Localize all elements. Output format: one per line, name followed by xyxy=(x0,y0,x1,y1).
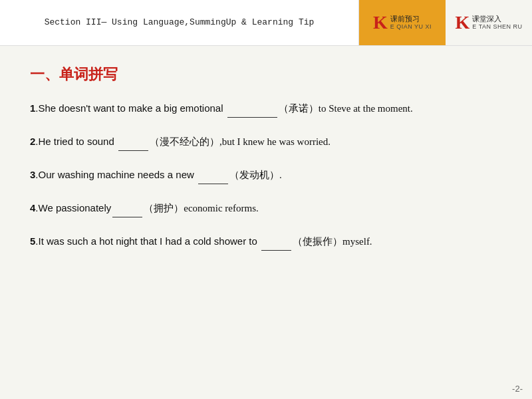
q4-hint: （拥护）economic reforms. xyxy=(144,203,258,213)
ktan-label-en: E TAN SHEN RU xyxy=(472,23,522,31)
q3-text-a: .Our washing machine needs a new xyxy=(35,169,197,180)
q2-blank[interactable] xyxy=(118,139,148,151)
q3-blank[interactable] xyxy=(198,172,228,184)
q2-text-a: .He tried to sound xyxy=(35,136,117,147)
q1-hint: （承诺）to Steve at the moment. xyxy=(279,103,413,114)
q1-blank[interactable] xyxy=(227,106,277,118)
kqian-label-en: E QIAN YU XI xyxy=(390,23,432,31)
question-5: 5.It was such a hot night that I had a c… xyxy=(30,232,502,251)
q5-blank[interactable] xyxy=(261,239,291,251)
kqian-label: 课前预习 xyxy=(390,14,432,23)
ktan-label: 课堂深入 xyxy=(472,14,522,23)
header-title: Section III— Using Language,Summing Up &… xyxy=(0,0,359,45)
main-content: 一、单词拼写 1.She doesn't want to make a big … xyxy=(0,46,532,279)
q3-hint: （发动机）. xyxy=(229,170,282,180)
question-1: 1.She doesn't want to make a big emotion… xyxy=(30,99,502,118)
k-letter-qian: K xyxy=(373,12,388,33)
q4-blank[interactable] xyxy=(112,205,142,217)
q5-hint: （使振作）myself. xyxy=(293,236,372,247)
ktan-button[interactable]: K 课堂深入 E TAN SHEN RU xyxy=(446,0,532,45)
ktan-text: 课堂深入 E TAN SHEN RU xyxy=(472,14,522,31)
header: Section III— Using Language,Summing Up &… xyxy=(0,0,532,46)
question-2: 2.He tried to sound （漫不经心的）,but I knew h… xyxy=(30,132,502,151)
page-number: -2- xyxy=(512,384,523,394)
k-letter-tan: K xyxy=(456,12,470,33)
q4-text-a: .We passionately xyxy=(35,202,111,213)
q2-hint: （漫不经心的）,but I knew he was worried. xyxy=(150,136,331,147)
q1-text-a: .She doesn't want to make a big emotiona… xyxy=(35,102,225,114)
header-title-text2: Up & Learning Tip xyxy=(226,16,315,29)
header-title-text: Section III— Using Language,Summing xyxy=(45,16,226,29)
question-3: 3.Our washing machine needs a new （发动机）. xyxy=(30,166,502,184)
section-title: 一、单词拼写 xyxy=(30,65,502,84)
kqian-button[interactable]: K 课前预习 E QIAN YU XI xyxy=(359,0,446,45)
question-4: 4.We passionately（拥护）economic reforms. xyxy=(30,199,502,217)
q5-text-a: .It was such a hot night that I had a co… xyxy=(35,235,260,247)
kqian-text: 课前预习 E QIAN YU XI xyxy=(390,14,432,31)
